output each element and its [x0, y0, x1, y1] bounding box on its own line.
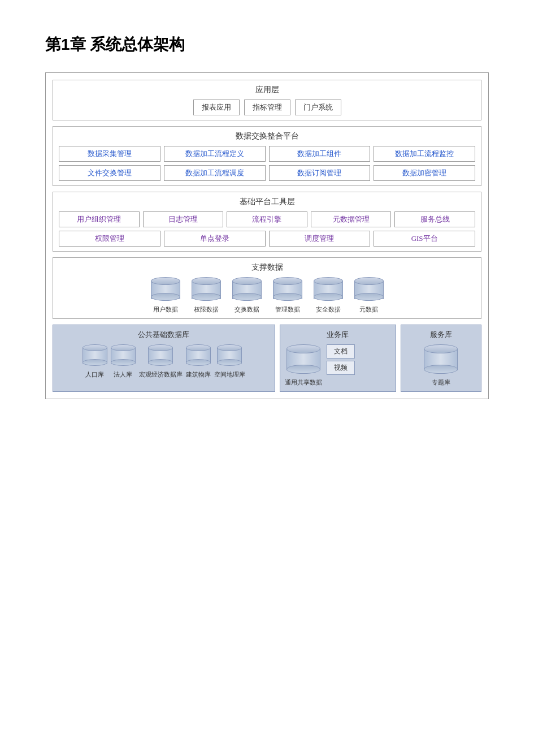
- exchange-row1: 数据采集管理 数据加工流程定义 数据加工组件 数据加工流程监控: [59, 146, 475, 162]
- application-layer-title: 应用层: [59, 85, 475, 95]
- platform-item-auth: 权限管理: [59, 231, 160, 247]
- platform-row1: 用户组织管理 日志管理 流程引擎 元数据管理 服务总线: [59, 211, 475, 227]
- page-title: 第1章 系统总体架构: [45, 34, 489, 55]
- exchange-item-process-monitor: 数据加工流程监控: [374, 146, 475, 162]
- support-label-exchange: 交换数据: [235, 305, 259, 314]
- support-db-exchange: 交换数据: [232, 277, 262, 314]
- business-db-shared: 通用共享数据: [285, 344, 322, 387]
- exchange-row2: 文件交换管理 数据加工流程调度 数据订阅管理 数据加密管理: [59, 165, 475, 181]
- service-db-theme: 专题库: [406, 344, 476, 387]
- cylinder-theme: [424, 344, 458, 374]
- cylinder-legal: [111, 344, 136, 366]
- exchange-item-process-sched: 数据加工流程调度: [164, 165, 266, 181]
- cylinder-manage: [273, 277, 302, 301]
- cylinder-user: [151, 277, 180, 301]
- support-label-user: 用户数据: [153, 305, 178, 314]
- cylinder-security: [314, 277, 343, 301]
- exchange-item-subscribe: 数据订阅管理: [269, 165, 371, 181]
- platform-rows: 用户组织管理 日志管理 流程引擎 元数据管理 服务总线 权限管理 单点登录 调度…: [59, 211, 475, 247]
- support-layer-title: 支撑数据: [59, 262, 475, 273]
- application-layer: 应用层 报表应用 指标管理 门户系统: [53, 80, 481, 120]
- cylinder-economy: [148, 344, 173, 366]
- platform-item-gis: GIS平台: [374, 231, 475, 247]
- exchange-item-process-def: 数据加工流程定义: [164, 146, 266, 162]
- exchange-item-collect: 数据采集管理: [59, 146, 160, 162]
- business-sub-boxes: 文档 视频: [327, 344, 355, 375]
- platform-item-service-bus: 服务总线: [394, 211, 475, 227]
- label-geo: 空间地理库: [214, 370, 245, 379]
- label-economy: 宏观经济数据库: [139, 370, 183, 379]
- support-db-meta: 元数据: [354, 277, 384, 314]
- application-items: 报表应用 指标管理 门户系统: [59, 100, 475, 115]
- exchange-layer-title: 数据交换整合平台: [59, 131, 475, 141]
- support-items: 用户数据 权限数据 交换数据: [59, 277, 475, 314]
- cylinder-meta: [354, 277, 384, 301]
- sub-box-video: 视频: [327, 361, 355, 375]
- cylinder-shared: [286, 344, 320, 374]
- app-item-indicators: 指标管理: [244, 100, 290, 115]
- platform-item-sso: 单点登录: [164, 231, 266, 247]
- exchange-item-process-comp: 数据加工组件: [269, 146, 371, 162]
- label-population: 人口库: [85, 370, 104, 379]
- cylinder-building: [186, 344, 211, 366]
- business-inner: 通用共享数据 文档 视频: [285, 344, 391, 387]
- label-legal: 法人库: [114, 370, 132, 379]
- cylinder-geo: [217, 344, 242, 366]
- service-db: 服务库 专题库: [401, 325, 481, 392]
- support-db-auth: 权限数据: [192, 277, 221, 314]
- support-db-security: 安全数据: [314, 277, 343, 314]
- platform-item-metadata: 元数据管理: [311, 211, 392, 227]
- public-db-population: 人口库: [83, 344, 107, 379]
- bottom-section: 公共基础数据库 人口库 法人库: [53, 325, 481, 392]
- public-db-building: 建筑物库: [186, 344, 211, 379]
- platform-item-schedule: 调度管理: [269, 231, 371, 247]
- platform-row2: 权限管理 单点登录 调度管理 GIS平台: [59, 231, 475, 247]
- exchange-item-encrypt: 数据加密管理: [374, 165, 475, 181]
- support-layer: 支撑数据 用户数据 权限数据: [53, 257, 481, 319]
- label-theme: 专题库: [432, 378, 450, 387]
- service-db-title: 服务库: [406, 330, 476, 340]
- support-label-auth: 权限数据: [194, 305, 219, 314]
- support-label-manage: 管理数据: [275, 305, 300, 314]
- exchange-layer: 数据交换整合平台 数据采集管理 数据加工流程定义 数据加工组件 数据加工流程监控…: [53, 126, 481, 186]
- public-db-items: 人口库 法人库 宏观经济数据库: [58, 344, 270, 379]
- platform-item-workflow: 流程引擎: [227, 211, 307, 227]
- platform-item-user-org: 用户组织管理: [59, 211, 140, 227]
- sub-box-doc: 文档: [327, 344, 355, 358]
- business-db-title: 业务库: [285, 330, 391, 340]
- public-db-economy: 宏观经济数据库: [139, 344, 183, 379]
- platform-layer-title: 基础平台工具层: [59, 197, 475, 207]
- cylinder-exchange: [232, 277, 262, 301]
- public-db-legal: 法人库: [111, 344, 136, 379]
- public-db-title: 公共基础数据库: [58, 330, 270, 340]
- exchange-item-file: 文件交换管理: [59, 165, 160, 181]
- label-shared: 通用共享数据: [285, 378, 322, 387]
- platform-item-log: 日志管理: [143, 211, 224, 227]
- business-db: 业务库 通用共享数据 文档 视频: [280, 325, 396, 392]
- support-db-user: 用户数据: [151, 277, 180, 314]
- app-item-reports: 报表应用: [193, 100, 240, 115]
- public-db: 公共基础数据库 人口库 法人库: [53, 325, 275, 392]
- cylinder-auth: [192, 277, 221, 301]
- support-label-security: 安全数据: [316, 305, 341, 314]
- support-db-manage: 管理数据: [273, 277, 302, 314]
- platform-layer: 基础平台工具层 用户组织管理 日志管理 流程引擎 元数据管理 服务总线 权限管理…: [53, 192, 481, 252]
- label-building: 建筑物库: [186, 370, 211, 379]
- app-item-portal: 门户系统: [295, 100, 341, 115]
- public-db-geo: 空间地理库: [214, 344, 245, 379]
- cylinder-population: [83, 344, 107, 366]
- architecture-diagram: 应用层 报表应用 指标管理 门户系统 数据交换整合平台 数据采集管理 数据加工流…: [45, 72, 489, 399]
- support-label-meta: 元数据: [359, 305, 378, 314]
